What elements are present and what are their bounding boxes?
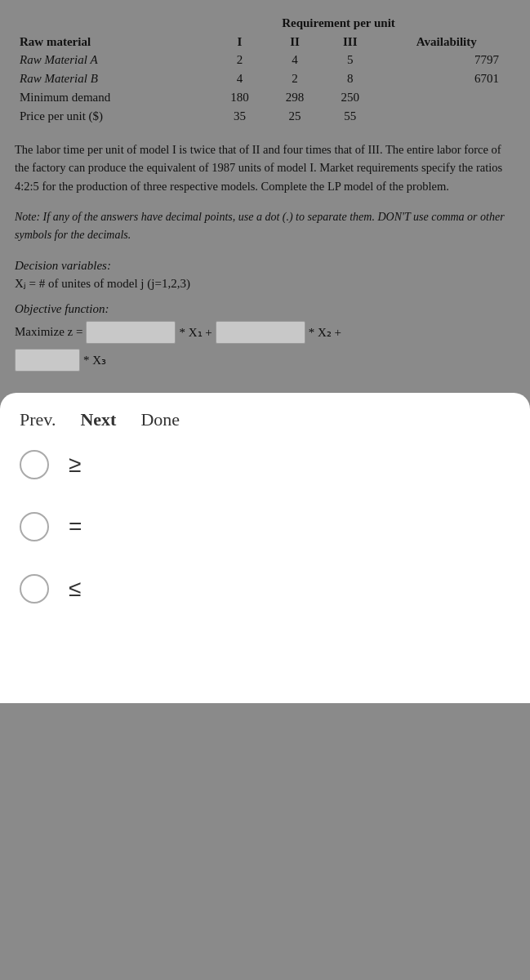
row-raw-material-a-III: 5 [323, 51, 378, 69]
row-raw-material-b-III: 8 [323, 69, 378, 88]
table-row: Raw Material A 2 4 5 7797 [15, 51, 515, 69]
row-min-demand-III: 250 [323, 88, 378, 107]
col-II: II [267, 33, 323, 51]
gte-symbol: ≥ [69, 452, 81, 478]
x3-label: * X₃ [83, 353, 106, 368]
x2-label: * X₂ + [309, 325, 341, 340]
row-raw-material-b-avail: 6701 [378, 69, 515, 88]
objective-title: Objective function: [15, 302, 515, 316]
x1-input[interactable] [86, 321, 176, 344]
data-table: Raw material I II III Availability Raw M… [15, 33, 515, 126]
decision-formula: Xⱼ = # of unites of model j (j=1,2,3) [15, 276, 515, 291]
decision-title: Decision variables: [15, 259, 515, 273]
row-raw-material-a-I: 2 [212, 51, 268, 69]
lte-symbol: ≤ [69, 576, 81, 602]
maximize-row-1: Maximize z = * X₁ + * X₂ + [15, 321, 515, 344]
row-price-III: 55 [323, 107, 378, 126]
eq-symbol: = [69, 514, 82, 540]
row-raw-material-a-II: 4 [267, 51, 323, 69]
next-button[interactable]: Next [80, 409, 116, 430]
row-price-label: Price per unit ($) [15, 107, 212, 126]
row-raw-material-b-I: 4 [212, 69, 268, 88]
row-price-I: 35 [212, 107, 268, 126]
x2-input[interactable] [216, 321, 305, 344]
row-raw-material-b-II: 2 [267, 69, 323, 88]
col-raw-material: Raw material [15, 33, 212, 51]
radio-option-gte: ≥ [20, 450, 510, 479]
description-text: The labor time per unit of model I is tw… [15, 140, 515, 195]
row-min-demand-I: 180 [212, 88, 268, 107]
maximize-row-2: * X₃ [15, 349, 515, 372]
objective-section: Objective function: Maximize z = * X₁ + … [15, 302, 515, 372]
row-min-demand-avail [378, 88, 515, 107]
radio-lte[interactable] [20, 574, 49, 604]
row-min-demand-label: Minimum demand [15, 88, 212, 107]
radio-gte[interactable] [20, 450, 49, 479]
row-price-II: 25 [267, 107, 323, 126]
row-raw-material-a-avail: 7797 [378, 51, 515, 69]
requirement-header: Requirement per unit [162, 16, 515, 30]
table-row: Price per unit ($) 35 25 55 [15, 107, 515, 126]
radio-eq[interactable] [20, 512, 49, 541]
maximize-label: Maximize z = [15, 325, 82, 339]
x3-input[interactable] [15, 349, 80, 372]
row-price-avail [378, 107, 515, 126]
nav-buttons: Prev. Next Done [20, 409, 510, 430]
table-section: Requirement per unit Raw material I II I… [15, 16, 515, 126]
decision-section: Decision variables: Xⱼ = # of unites of … [15, 259, 515, 291]
radio-option-lte: ≤ [20, 574, 510, 604]
row-min-demand-II: 298 [267, 88, 323, 107]
done-button[interactable]: Done [140, 409, 180, 430]
note-text: Note: If any of the answers have decimal… [15, 208, 515, 243]
row-raw-material-a-label: Raw Material A [15, 51, 212, 69]
table-row: Minimum demand 180 298 250 [15, 88, 515, 107]
bottom-panel: Prev. Next Done ≥ = ≤ [0, 393, 530, 703]
prev-button[interactable]: Prev. [20, 409, 56, 430]
radio-option-eq: = [20, 512, 510, 541]
table-row: Raw Material B 4 2 8 6701 [15, 69, 515, 88]
col-III: III [323, 33, 378, 51]
x1-label: * X₁ + [179, 325, 212, 340]
main-content: Requirement per unit Raw material I II I… [0, 0, 530, 385]
row-raw-material-b-label: Raw Material B [15, 69, 212, 88]
col-I: I [212, 33, 268, 51]
col-availability: Availability [378, 33, 515, 51]
